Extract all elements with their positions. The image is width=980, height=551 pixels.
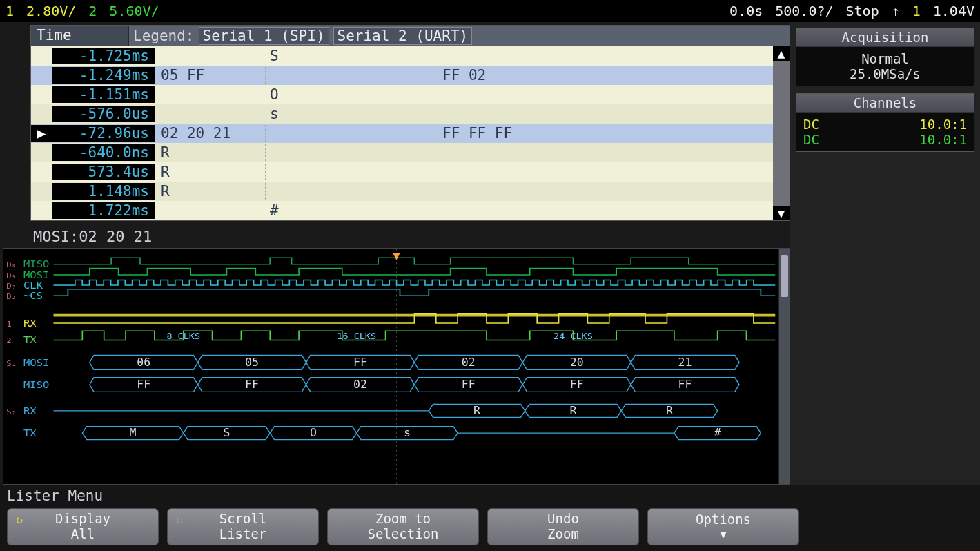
svg-text:RX: RX: [23, 317, 37, 329]
svg-text:FF: FF: [137, 378, 150, 390]
trigger-source: 1: [912, 3, 921, 19]
row-data1: R: [155, 183, 266, 200]
row-data1: 05 FF: [155, 67, 266, 84]
svg-text:#: #: [714, 427, 721, 439]
svg-text:05: 05: [245, 356, 259, 368]
row-time: 1.722ms: [52, 202, 155, 219]
softkey-line1: Zoom to: [375, 512, 431, 527]
svg-text:FF: FF: [462, 378, 476, 390]
menu-name: Lister Menu: [0, 485, 980, 508]
svg-text:S₁: S₁: [6, 358, 17, 367]
svg-text:S₂: S₂: [6, 407, 17, 416]
horizontal-delay: 0.0s: [729, 3, 763, 19]
lister-row[interactable]: -1.151msO: [31, 85, 773, 104]
svg-text:~CS: ~CS: [23, 290, 43, 302]
lister-row[interactable]: -640.0nsR: [31, 143, 773, 162]
svg-text:1: 1: [6, 319, 11, 328]
svg-text:24 CLKS: 24 CLKS: [553, 331, 593, 340]
lister-row[interactable]: ▶-72.96us02 20 21FF FF FF: [31, 124, 773, 143]
svg-text:FF: FF: [570, 378, 584, 390]
softkey-menu: Lister Menu ↻DisplayAll↻ScrollListerZoom…: [0, 485, 980, 551]
svg-text:R: R: [473, 404, 480, 416]
softkey-line1: Display: [55, 512, 110, 527]
lister-row[interactable]: 573.4usR: [31, 162, 773, 182]
acquisition-panel[interactable]: Acquisition Normal 25.0MSa/s: [796, 28, 974, 86]
svg-text:R: R: [666, 404, 673, 416]
svg-text:R: R: [569, 404, 576, 416]
row-data1: 02 20 21: [155, 125, 266, 142]
channel-row: DC10.0:1: [803, 132, 967, 147]
lister-serial1: Serial 1 (SPI): [199, 27, 329, 45]
waveform-display[interactable]: ▼ D₈MISOD₉MOSID₇CLKD₂~CS1RX2TX8 CLKS16 C…: [3, 248, 790, 485]
row-data2: O: [266, 86, 438, 103]
softkey-scroll[interactable]: ↻ScrollLister: [167, 508, 319, 545]
softkey-display[interactable]: ↻DisplayAll: [7, 508, 159, 545]
svg-text:21: 21: [678, 356, 692, 368]
top-status-bar: 1 2.80V/ 2 5.60V/ 0.0s 500.0?/ Stop ↑ 1 …: [0, 0, 980, 22]
ch2-volts-div: 5.60V/: [109, 3, 159, 19]
svg-text:S: S: [223, 427, 230, 439]
side-panel: Acquisition Normal 25.0MSa/s Channels DC…: [790, 22, 980, 485]
softkey-options[interactable]: Options▼: [647, 508, 799, 545]
svg-text:D₇: D₇: [6, 281, 17, 290]
acquisition-rate: 25.0MSa/s: [803, 66, 967, 81]
row-data1: R: [155, 144, 266, 161]
softkey-line1: Options: [696, 512, 751, 528]
decode-header: MOSI:02 20 21: [0, 222, 790, 248]
svg-text:02: 02: [462, 356, 476, 368]
svg-text:20: 20: [570, 356, 584, 368]
row-data2: #: [266, 202, 438, 219]
lister-table[interactable]: Time Legend: Serial 1 (SPI) Serial 2 (UA…: [30, 25, 790, 221]
ch1-number: 1: [6, 3, 14, 19]
ch2-number: 2: [88, 3, 97, 19]
lister-row[interactable]: -1.725msS: [31, 46, 773, 66]
acquisition-mode: Normal: [803, 51, 967, 66]
svg-text:TX: TX: [23, 427, 37, 438]
row-data3: FF FF FF: [438, 125, 773, 142]
waveform-scrollbar[interactable]: [778, 249, 790, 484]
svg-text:D₈: D₈: [6, 260, 17, 269]
svg-text:02: 02: [353, 378, 367, 390]
scroll-up-icon[interactable]: ▲: [773, 46, 790, 61]
ch1-volts-div: 2.80V/: [26, 3, 76, 19]
lister-header: Time Legend: Serial 1 (SPI) Serial 2 (UA…: [31, 26, 790, 46]
row-time: -72.96us: [52, 125, 155, 142]
softkey-line2: Lister: [219, 527, 267, 542]
softkey-line2: Zoom: [547, 527, 579, 542]
row-time: -1.725ms: [52, 48, 155, 64]
softkey-line2: Selection: [368, 527, 439, 542]
lister-serial2: Serial 2 (UART): [333, 27, 473, 45]
lister-scrollbar[interactable]: ▲ ▼: [773, 46, 790, 220]
svg-text:D₂: D₂: [6, 291, 17, 300]
channels-panel[interactable]: Channels DC10.0:1DC10.0:1: [796, 93, 974, 152]
channels-title: Channels: [796, 94, 974, 113]
svg-text:06: 06: [137, 356, 150, 368]
channel-row: DC10.0:1: [803, 117, 967, 132]
lister-row[interactable]: -1.249ms05 FFFF 02: [31, 66, 773, 85]
svg-text:16 CLKS: 16 CLKS: [337, 331, 376, 340]
svg-text:D₉: D₉: [6, 271, 17, 280]
lister-legend-label: Legend:: [133, 28, 195, 44]
softkey-line1: Undo: [547, 512, 579, 527]
time-per-div: 500.0?/: [775, 3, 833, 19]
svg-text:FF: FF: [353, 356, 367, 368]
svg-text:FF: FF: [245, 378, 259, 390]
row-data2: S: [266, 48, 438, 64]
svg-text:M: M: [130, 427, 137, 439]
svg-text:s: s: [404, 427, 411, 439]
scroll-down-icon[interactable]: ▼: [773, 206, 790, 220]
row-data3: FF 02: [438, 67, 773, 84]
svg-text:8 CLKS: 8 CLKS: [166, 331, 200, 340]
softkey-zoom-to[interactable]: Zoom toSelection: [327, 508, 479, 545]
lister-time-header: Time: [31, 26, 129, 46]
row-time: 1.148ms: [52, 183, 155, 200]
lister-row[interactable]: 1.148msR: [31, 182, 773, 201]
svg-text:FF: FF: [678, 378, 692, 390]
acquisition-title: Acquisition: [796, 28, 974, 47]
svg-text:O: O: [310, 427, 317, 439]
softkey-undo[interactable]: UndoZoom: [487, 508, 639, 545]
svg-text:2: 2: [6, 336, 11, 345]
lister-row[interactable]: 1.722ms#: [31, 201, 773, 220]
lister-row[interactable]: -576.0uss: [31, 104, 773, 124]
row-data1: R: [155, 164, 266, 180]
